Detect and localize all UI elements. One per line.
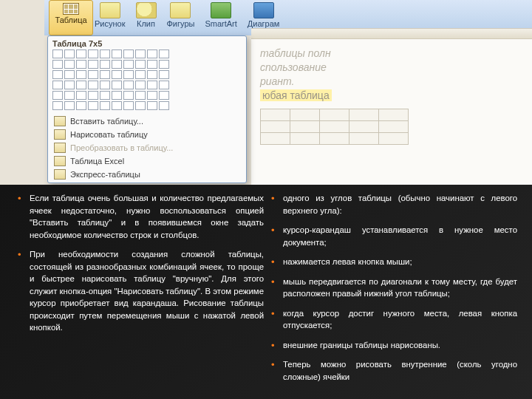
right-bullet-6: внешние границы таблицы нарисованы. xyxy=(271,339,517,352)
ribbon-smartart[interactable]: SmartArt xyxy=(205,2,236,28)
ribbon-clip[interactable]: Клип xyxy=(136,2,157,28)
draw-table-icon xyxy=(54,129,66,140)
document-area: таблицы полн спользование риант. юбая та… xyxy=(251,28,532,185)
slide-text: Если таблица очень большая и количество … xyxy=(0,185,532,399)
doc-highlight: юбая таблица xyxy=(260,89,332,101)
excel-table-icon xyxy=(54,156,66,166)
menu-excel-table[interactable]: Таблица Excel xyxy=(52,154,242,168)
ribbon-smartart-label: SmartArt xyxy=(205,19,236,28)
menu-quick-tables-label: Экспресс-таблицы xyxy=(70,170,140,179)
right-bullet-2: курсор-карандаш устанавливается в нужное… xyxy=(271,224,517,248)
table-icon xyxy=(63,3,79,15)
doc-line-2: спользование xyxy=(260,61,327,73)
menu-insert-table[interactable]: Вставить таблицу... xyxy=(52,115,242,128)
menu-draw-table-label: Нарисовать таблицу xyxy=(70,130,148,139)
ribbon-diagram[interactable]: Диаграм xyxy=(248,2,280,28)
screenshot-area: Рисунок Клип Фигуры SmartArt Диаграм Таб… xyxy=(0,0,532,185)
picture-icon xyxy=(100,2,120,18)
ribbon-shapes-label: Фигуры xyxy=(167,19,195,28)
right-bullet-1: одного из углов таблицы (обычно начинают… xyxy=(271,192,517,216)
menu-convert-table: Преобразовать в таблицу... xyxy=(52,141,242,154)
ruler xyxy=(251,29,532,39)
doc-line-1: таблицы полн xyxy=(260,47,331,59)
clip-icon xyxy=(136,2,157,18)
insert-table-icon xyxy=(54,116,66,126)
right-bullet-3: нажимается левая кнопка мыши; xyxy=(271,256,517,268)
right-bullet-5: когда курсор достиг нужного места, левая… xyxy=(271,307,517,332)
left-column: Если таблица очень большая и количество … xyxy=(18,192,264,395)
ribbon-diagram-label: Диаграм xyxy=(248,19,280,28)
left-bullet-1: Если таблица очень большая и количество … xyxy=(18,192,264,241)
right-column: одного из углов таблицы (обычно начинают… xyxy=(271,192,517,395)
menu-excel-table-label: Таблица Excel xyxy=(70,157,124,166)
table-button[interactable]: Таблица xyxy=(49,0,93,35)
document-text: таблицы полн спользование риант. юбая та… xyxy=(251,39,532,152)
menu-convert-table-label: Преобразовать в таблицу... xyxy=(70,143,173,152)
table-button-label: Таблица xyxy=(55,16,86,24)
ribbon-picture[interactable]: Рисунок xyxy=(95,2,126,28)
left-bullet-2: При необходимости создания сложной табли… xyxy=(18,248,264,334)
ribbon-clip-label: Клип xyxy=(137,19,155,28)
menu-quick-tables[interactable]: Экспресс-таблицы xyxy=(52,168,242,181)
quick-tables-icon xyxy=(54,169,66,180)
ribbon-shapes[interactable]: Фигуры xyxy=(167,2,195,28)
shapes-icon xyxy=(170,2,191,18)
doc-line-3: риант. xyxy=(260,75,294,87)
right-bullet-4: мышь передвигается по диагонали к тому м… xyxy=(271,276,517,300)
dropdown-title: Таблица 7x5 xyxy=(52,39,242,48)
menu-draw-table[interactable]: Нарисовать таблицу xyxy=(52,128,242,141)
convert-table-icon xyxy=(54,143,66,153)
diagram-icon xyxy=(253,2,274,18)
doc-sample-table xyxy=(260,109,523,145)
menu-insert-table-label: Вставить таблицу... xyxy=(70,117,143,126)
table-dropdown: Таблица 7x5 Вставить таблицу... Нарисова… xyxy=(47,35,247,183)
cell-picker-grid[interactable] xyxy=(52,50,242,110)
ribbon-picture-label: Рисунок xyxy=(95,19,126,28)
smartart-icon xyxy=(211,2,231,18)
right-bullet-7: Теперь можно рисовать внутренние (сколь … xyxy=(271,358,517,383)
